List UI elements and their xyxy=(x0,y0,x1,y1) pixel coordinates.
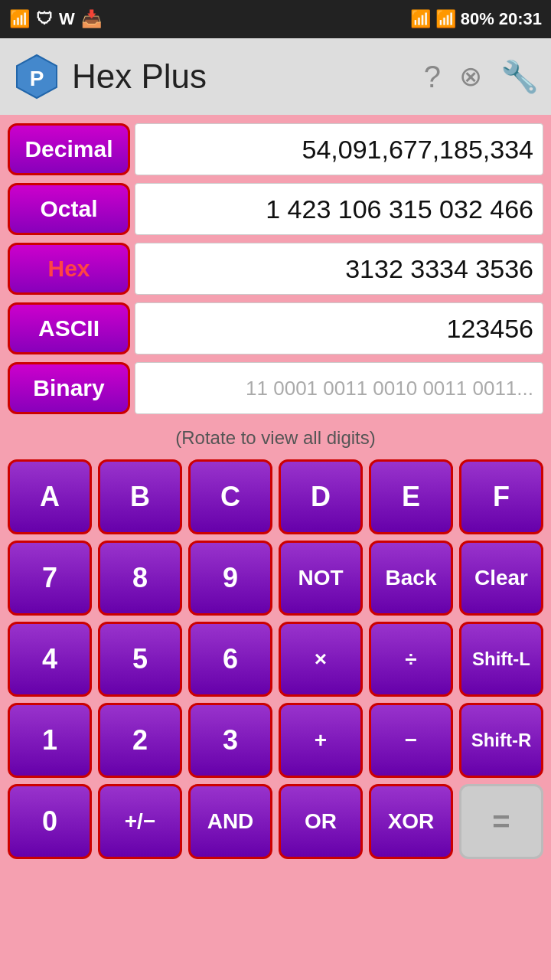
octal-row: Octal 1 423 106 315 032 466 xyxy=(8,182,543,236)
close-icon[interactable]: ⊗ xyxy=(459,60,482,93)
app-logo: P xyxy=(12,52,61,101)
binary-value[interactable]: 11 0001 0011 0010 0011 0011... xyxy=(135,362,543,414)
key-1[interactable]: 1 xyxy=(8,703,92,778)
key-B[interactable]: B xyxy=(98,459,182,534)
key-C[interactable]: C xyxy=(188,459,272,534)
key-ShiftR[interactable]: Shift-R xyxy=(459,703,543,778)
key-plus[interactable]: + xyxy=(279,703,363,778)
key-4[interactable]: 4 xyxy=(8,622,92,697)
key-2[interactable]: 2 xyxy=(98,703,182,778)
binary-label[interactable]: Binary xyxy=(8,362,130,414)
download-icon: 📥 xyxy=(81,9,102,29)
clock: 20:31 xyxy=(499,9,542,29)
conversions-panel: Decimal 54,091,677,185,334 Octal 1 423 1… xyxy=(0,115,551,415)
key-5[interactable]: 5 xyxy=(98,622,182,697)
key-6[interactable]: 6 xyxy=(188,622,272,697)
help-icon[interactable]: ? xyxy=(424,60,441,94)
word-icon: W xyxy=(59,9,75,29)
key-minus[interactable]: − xyxy=(369,703,453,778)
wifi-strength-icon: 📶 xyxy=(410,9,431,29)
ascii-label[interactable]: ASCII xyxy=(8,302,130,354)
status-right: 📶 📶 80% 20:31 xyxy=(410,9,542,29)
battery-label: 80% xyxy=(461,9,494,29)
key-Back[interactable]: Back xyxy=(369,541,453,616)
key-9[interactable]: 9 xyxy=(188,541,272,616)
key-E[interactable]: E xyxy=(369,459,453,534)
key-F[interactable]: F xyxy=(459,459,543,534)
key-NOT[interactable]: NOT xyxy=(279,541,363,616)
ascii-row: ASCII 123456 xyxy=(8,302,543,355)
key-A[interactable]: A xyxy=(8,459,92,534)
octal-value[interactable]: 1 423 106 315 032 466 xyxy=(135,183,543,235)
key-Clear[interactable]: Clear xyxy=(459,541,543,616)
app-title: Hex Plus xyxy=(72,57,406,96)
hex-row: Hex 3132 3334 3536 xyxy=(8,242,543,296)
decimal-row: Decimal 54,091,677,185,334 xyxy=(8,122,543,176)
key-XOR[interactable]: XOR xyxy=(369,784,453,859)
key-0[interactable]: 0 xyxy=(8,784,92,859)
key-8[interactable]: 8 xyxy=(98,541,182,616)
rotate-hint: (Rotate to view all digits) xyxy=(0,421,551,456)
shield-icon: 🛡 xyxy=(36,9,53,29)
key-AND[interactable]: AND xyxy=(188,784,272,859)
ascii-value[interactable]: 123456 xyxy=(135,302,543,354)
status-bar: 📶 🛡 W 📥 📶 📶 80% 20:31 xyxy=(0,0,551,38)
keypad: A B C D E F 7 8 9 NOT Back Clear 4 5 6 ×… xyxy=(0,456,551,867)
key-3[interactable]: 3 xyxy=(188,703,272,778)
wrench-icon[interactable]: 🔧 xyxy=(500,59,539,95)
hex-label[interactable]: Hex xyxy=(8,243,130,295)
hex-value[interactable]: 3132 3334 3536 xyxy=(135,243,543,295)
key-plusminus[interactable]: +/− xyxy=(98,784,182,859)
app-header: P Hex Plus ? ⊗ 🔧 xyxy=(0,38,551,115)
key-divide[interactable]: ÷ xyxy=(369,622,453,697)
status-left: 📶 🛡 W 📥 xyxy=(9,9,102,29)
wifi-icon: 📶 xyxy=(9,9,30,29)
key-ShiftL[interactable]: Shift-L xyxy=(459,622,543,697)
decimal-label[interactable]: Decimal xyxy=(8,123,130,175)
key-OR[interactable]: OR xyxy=(279,784,363,859)
key-D[interactable]: D xyxy=(279,459,363,534)
binary-row: Binary 11 0001 0011 0010 0011 0011... xyxy=(8,361,543,415)
key-equals[interactable]: = xyxy=(459,784,543,859)
decimal-value[interactable]: 54,091,677,185,334 xyxy=(135,123,543,175)
key-7[interactable]: 7 xyxy=(8,541,92,616)
key-multiply[interactable]: × xyxy=(279,622,363,697)
signal-icon: 📶 xyxy=(435,9,456,29)
svg-text:P: P xyxy=(30,67,44,90)
octal-label[interactable]: Octal xyxy=(8,183,130,235)
